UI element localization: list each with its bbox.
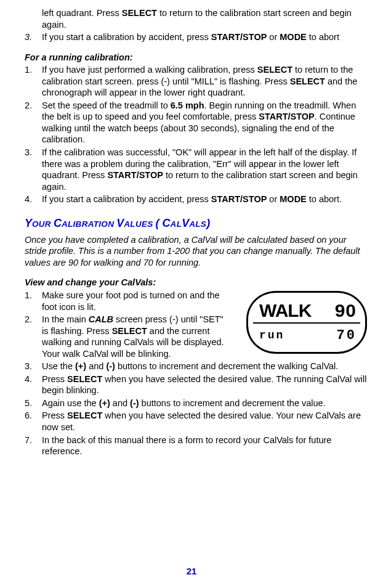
lcd-top-row: WALK 90: [259, 299, 357, 322]
num-1: 1.: [25, 290, 42, 312]
c4-text: Press SELECT when you have selected the …: [42, 374, 369, 396]
list-item: 2. In the main CALB screen press (-) unt…: [25, 314, 240, 359]
num-2: 2.: [25, 100, 42, 145]
calvals-section-title: YOUR CALIBRATION VALUES ( CALVALS): [25, 216, 369, 231]
list-item: 4. Press SELECT when you have selected t…: [25, 374, 369, 396]
list-item: 2. Set the speed of the treadmill to 6.5…: [25, 100, 369, 145]
c6-text: Press SELECT when you have selected the …: [42, 410, 369, 433]
frag-line: left quadrant. Press SELECT to return to…: [25, 7, 369, 30]
list-item: 4. If you start a calibration by acciden…: [25, 194, 369, 205]
num-2: 2.: [25, 314, 42, 359]
lcd-bottom-row: run 70: [259, 327, 357, 345]
lcd-run-value: 70: [337, 327, 357, 345]
lcd-run-label: run: [259, 329, 284, 343]
num-4: 4.: [25, 194, 42, 205]
lcd-screen: WALK 90 run 70: [246, 291, 367, 354]
running-calibration-heading: For a running calibration:: [25, 52, 369, 63]
running-calibration-list: 1. If you have just performed a walking …: [25, 64, 369, 205]
lcd-walk-label: WALK: [259, 299, 311, 322]
list-item: 3. If the calibration was successful, "O…: [25, 147, 369, 192]
num-3: 3.: [25, 361, 42, 372]
num-3: 3.: [25, 31, 42, 43]
list-item: 1. If you have just performed a walking …: [25, 64, 369, 99]
calvals-intro: Once you have completed a calibration, a…: [25, 234, 369, 269]
list-item: 7. In the back of this manual there is a…: [25, 435, 369, 457]
r1-text: If you have just performed a walking cal…: [42, 64, 369, 99]
r2-text: Set the speed of the treadmill to 6.5 mp…: [42, 100, 369, 145]
list-item: 1. Make sure your foot pod is turned on …: [25, 290, 240, 312]
num-1: 1.: [25, 64, 42, 99]
page-number: 21: [0, 565, 383, 577]
list-item: 5. Again use the (+) and (-) buttons to …: [25, 398, 369, 409]
item-3-abort: 3. If you start a calibration by acciden…: [25, 31, 369, 43]
list-item: 6. Press SELECT when you have selected t…: [25, 410, 369, 433]
r4-text: If you start a calibration by accident, …: [42, 194, 369, 205]
c7-text: In the back of this manual there is a fo…: [42, 435, 369, 457]
c2-text: In the main CALB screen press (-) until …: [42, 314, 227, 359]
view-change-heading: View and change your CalVals:: [25, 277, 369, 288]
c5-text: Again use the (+) and (-) buttons to inc…: [42, 398, 369, 409]
prev-frag-list: left quadrant. Press SELECT to return to…: [25, 7, 369, 43]
item-3-text: If you start a calibration by accident, …: [42, 31, 369, 43]
frag-text: left quadrant. Press SELECT to return to…: [42, 7, 369, 30]
c3-text: Use the (+) and (-) buttons to increment…: [42, 361, 369, 372]
list-item: 3. Use the (+) and (-) buttons to increm…: [25, 361, 369, 372]
num-7: 7.: [25, 435, 42, 457]
c1-text: Make sure your foot pod is turned on and…: [42, 290, 227, 312]
lcd-walk-value: 90: [335, 299, 357, 322]
num-3: 3.: [25, 147, 42, 192]
num-6: 6.: [25, 410, 42, 433]
num-5: 5.: [25, 398, 42, 409]
num-4: 4.: [25, 374, 42, 396]
r3-text: If the calibration was successful, "OK" …: [42, 147, 369, 192]
watch-display-figure: WALK 90 run 70: [246, 291, 367, 354]
lcd-divider: [253, 322, 360, 324]
